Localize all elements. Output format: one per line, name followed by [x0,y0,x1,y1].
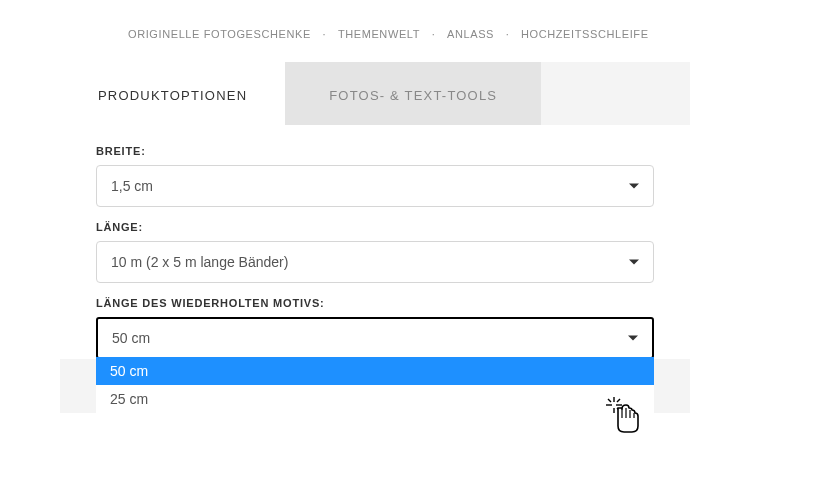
field-label: LÄNGE: [96,221,654,233]
field-laenge: LÄNGE: 10 m (2 x 5 m lange Bänder) [96,221,654,283]
breadcrumb-sep: · [323,28,327,40]
tab-bar: PRODUKTOPTIONEN FOTOS- & TEXT-TOOLS [60,62,690,125]
chevron-down-icon [629,184,639,189]
tab-photo-text-tools[interactable]: FOTOS- & TEXT-TOOLS [285,62,541,125]
chevron-down-icon [628,336,638,341]
select-laenge[interactable]: 10 m (2 x 5 m lange Bänder) [96,241,654,283]
breadcrumb-sep: · [506,28,510,40]
field-breite: BREITE: 1,5 cm [96,145,654,207]
select-motiv-laenge[interactable]: 50 cm 50 cm 25 cm [96,317,654,359]
breadcrumb: ORIGINELLE FOTOGESCHENKE · THEMENWELT · … [0,0,825,40]
dropdown-list: 50 cm 25 cm [96,357,654,413]
dropdown-option[interactable]: 25 cm [96,385,654,413]
select-value: 50 cm [112,330,150,346]
breadcrumb-item[interactable]: HOCHZEITSSCHLEIFE [521,28,649,40]
field-label: LÄNGE DES WIEDERHOLTEN MOTIVS: [96,297,654,309]
field-label: BREITE: [96,145,654,157]
select-value: 10 m (2 x 5 m lange Bänder) [111,254,288,270]
breadcrumb-sep: · [432,28,436,40]
breadcrumb-item[interactable]: THEMENWELT [338,28,420,40]
dropdown-option[interactable]: 50 cm [96,357,654,385]
tab-product-options[interactable]: PRODUKTOPTIONEN [60,62,285,125]
tab-content: BREITE: 1,5 cm LÄNGE: 10 m (2 x 5 m lang… [60,125,690,359]
select-breite[interactable]: 1,5 cm [96,165,654,207]
chevron-down-icon [629,260,639,265]
select-value: 1,5 cm [111,178,153,194]
field-motiv-laenge: LÄNGE DES WIEDERHOLTEN MOTIVS: 50 cm 50 … [96,297,654,359]
product-panel: PRODUKTOPTIONEN FOTOS- & TEXT-TOOLS BREI… [60,62,690,413]
breadcrumb-item[interactable]: ORIGINELLE FOTOGESCHENKE [128,28,311,40]
breadcrumb-item[interactable]: ANLASS [447,28,494,40]
